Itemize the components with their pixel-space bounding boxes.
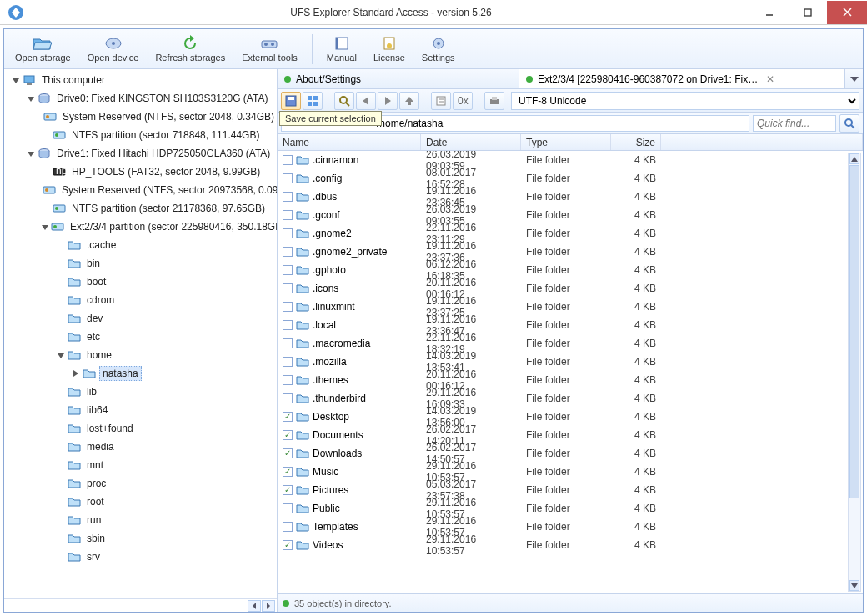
properties-button[interactable] bbox=[431, 92, 451, 110]
tree-node[interactable]: This computer bbox=[6, 71, 277, 89]
hex-button[interactable]: 0x bbox=[453, 92, 473, 110]
row-checkbox[interactable] bbox=[283, 357, 293, 367]
file-row[interactable]: .gnome2_private19.11.2016 23:37:36File f… bbox=[278, 243, 863, 261]
row-checkbox[interactable] bbox=[283, 522, 293, 532]
file-row[interactable]: Downloads26.02.2017 14:50:57File folder4… bbox=[278, 444, 863, 463]
close-button[interactable] bbox=[827, 1, 867, 24]
encoding-select[interactable]: UTF-8 Unicode bbox=[511, 92, 859, 110]
file-row[interactable]: .gconf26.03.2019 09:03:55File folder4 KB bbox=[278, 206, 863, 224]
minimize-button[interactable] bbox=[750, 1, 789, 24]
tree-expand-icon[interactable] bbox=[71, 368, 81, 378]
row-checkbox[interactable] bbox=[283, 485, 293, 495]
tree-expand-icon[interactable] bbox=[56, 313, 66, 323]
tree-expand-icon[interactable] bbox=[56, 240, 66, 250]
row-checkbox[interactable] bbox=[283, 228, 293, 238]
row-checkbox[interactable] bbox=[283, 173, 293, 183]
row-checkbox[interactable] bbox=[283, 283, 293, 293]
tree-node[interactable]: mnt bbox=[6, 456, 277, 474]
row-checkbox[interactable] bbox=[283, 247, 293, 257]
tree-node[interactable]: bin bbox=[6, 254, 277, 273]
print-button[interactable] bbox=[484, 92, 504, 110]
tree-node[interactable]: media bbox=[6, 438, 277, 456]
row-checkbox[interactable] bbox=[283, 192, 293, 202]
row-checkbox[interactable] bbox=[283, 540, 293, 550]
tab[interactable]: About/Settings bbox=[278, 69, 519, 88]
tree-node[interactable]: System Reserved (NTFS, sector 2048, 0.34… bbox=[6, 108, 277, 126]
row-checkbox[interactable] bbox=[283, 320, 293, 330]
file-row[interactable]: .cinnamon26.03.2019 09:03:59File folder4… bbox=[278, 151, 863, 169]
col-name[interactable]: Name bbox=[278, 134, 421, 150]
file-row[interactable]: .mozilla14.03.2019 13:53:41File folder4 … bbox=[278, 353, 863, 371]
tree-expand-icon[interactable] bbox=[56, 442, 66, 452]
tree-node[interactable]: NTFS partition (sector 21178368, 97.65GB… bbox=[6, 199, 277, 218]
tree-node[interactable]: boot bbox=[6, 273, 277, 291]
tree-node[interactable]: lib bbox=[6, 383, 277, 401]
row-checkbox[interactable] bbox=[283, 430, 293, 440]
refresh-storages-button[interactable]: Refresh storages bbox=[149, 33, 231, 65]
find-button[interactable] bbox=[334, 92, 354, 110]
file-row[interactable]: Pictures05.03.2017 23:57:38File folder4 … bbox=[278, 481, 863, 499]
file-row[interactable]: .icons20.11.2016 00:16:12File folder4 KB bbox=[278, 279, 863, 298]
tab-close-icon[interactable]: ✕ bbox=[766, 73, 774, 85]
file-row[interactable]: .themes20.11.2016 00:16:12File folder4 K… bbox=[278, 371, 863, 389]
file-row[interactable]: Videos29.11.2016 10:53:57File folder4 KB bbox=[278, 536, 863, 554]
tree-node[interactable]: dev bbox=[6, 309, 277, 328]
row-checkbox[interactable] bbox=[283, 448, 293, 458]
tree-expand-icon[interactable] bbox=[56, 478, 66, 488]
nav-back-button[interactable] bbox=[356, 92, 376, 110]
file-row[interactable]: Documents26.02.2017 14:20:11File folder4… bbox=[278, 426, 863, 444]
row-checkbox[interactable] bbox=[283, 302, 293, 312]
tree-expand-icon[interactable] bbox=[41, 203, 51, 213]
file-row[interactable]: .dbus19.11.2016 23:36:45File folder4 KB bbox=[278, 188, 863, 206]
row-checkbox[interactable] bbox=[283, 338, 293, 348]
storage-tree[interactable]: This computerDrive0: Fixed KINGSTON SH10… bbox=[4, 69, 277, 598]
tree-expand-icon[interactable] bbox=[56, 460, 66, 470]
file-rows[interactable]: .cinnamon26.03.2019 09:03:59File folder4… bbox=[278, 151, 863, 593]
tree-node[interactable]: root bbox=[6, 493, 277, 511]
tree-node[interactable]: NTFS partition (sector 718848, 111.44GB) bbox=[6, 126, 277, 144]
tree-expand-icon[interactable] bbox=[56, 258, 66, 268]
row-checkbox[interactable] bbox=[283, 503, 293, 513]
open-device-button[interactable]: Open device bbox=[82, 33, 145, 65]
tree-expand-icon[interactable] bbox=[56, 350, 66, 360]
file-row[interactable]: Desktop14.03.2019 13:56:00File folder4 K… bbox=[278, 408, 863, 426]
file-row[interactable]: .macromedia22.11.2016 18:32:19File folde… bbox=[278, 334, 863, 353]
row-checkbox[interactable] bbox=[283, 393, 293, 403]
tree-node[interactable]: System Reserved (NTFS, sector 20973568, … bbox=[6, 181, 277, 199]
tree-expand-icon[interactable] bbox=[26, 148, 36, 158]
tree-node[interactable]: srv bbox=[6, 548, 277, 566]
row-checkbox[interactable] bbox=[283, 412, 293, 422]
tree-node[interactable]: home bbox=[6, 346, 277, 364]
file-row[interactable]: .linuxmint19.11.2016 23:37:25File folder… bbox=[278, 298, 863, 316]
tree-expand-icon[interactable] bbox=[41, 112, 42, 122]
tree-node[interactable]: cdrom bbox=[6, 291, 277, 309]
scroll-right-button[interactable] bbox=[262, 600, 275, 612]
tree-expand-icon[interactable] bbox=[56, 387, 66, 397]
file-row[interactable]: Public29.11.2016 10:53:57File folder4 KB bbox=[278, 499, 863, 518]
nav-up-button[interactable] bbox=[399, 92, 419, 110]
tree-hscroll[interactable] bbox=[4, 598, 277, 612]
tab[interactable]: Ext2/3/4 [225980416-960387072 on Drive1:… bbox=[519, 69, 844, 88]
column-headers[interactable]: Name Date Type Size bbox=[278, 134, 863, 151]
tree-expand-icon[interactable] bbox=[56, 515, 66, 525]
external-tools-button[interactable]: External tools bbox=[236, 33, 303, 65]
scroll-down-button[interactable] bbox=[849, 580, 859, 591]
file-row[interactable]: .config08.01.2017 16:52:28File folder4 K… bbox=[278, 169, 863, 188]
tree-node[interactable]: sbin bbox=[6, 529, 277, 548]
quick-find-input[interactable] bbox=[753, 115, 836, 132]
maximize-button[interactable] bbox=[789, 1, 827, 24]
quick-find-button[interactable] bbox=[839, 114, 859, 133]
tree-expand-icon[interactable] bbox=[56, 332, 66, 342]
tree-node[interactable]: proc bbox=[6, 474, 277, 493]
tree-expand-icon[interactable] bbox=[41, 130, 51, 140]
file-row[interactable]: Music29.11.2016 10:53:57File folder4 KB bbox=[278, 463, 863, 481]
file-row[interactable]: .gnome222.11.2016 23:11:29File folder4 K… bbox=[278, 224, 863, 243]
scroll-left-button[interactable] bbox=[248, 600, 261, 612]
col-date[interactable]: Date bbox=[421, 134, 521, 150]
tree-node[interactable]: Drive1: Fixed Hitachi HDP725050GLA360 (A… bbox=[6, 144, 277, 163]
tree-expand-icon[interactable] bbox=[56, 497, 66, 507]
tree-expand-icon[interactable] bbox=[11, 75, 21, 85]
row-checkbox[interactable] bbox=[283, 467, 293, 477]
tree-node[interactable]: Drive0: Fixed KINGSTON SH103S3120G (ATA) bbox=[6, 89, 277, 108]
row-checkbox[interactable] bbox=[283, 265, 293, 275]
